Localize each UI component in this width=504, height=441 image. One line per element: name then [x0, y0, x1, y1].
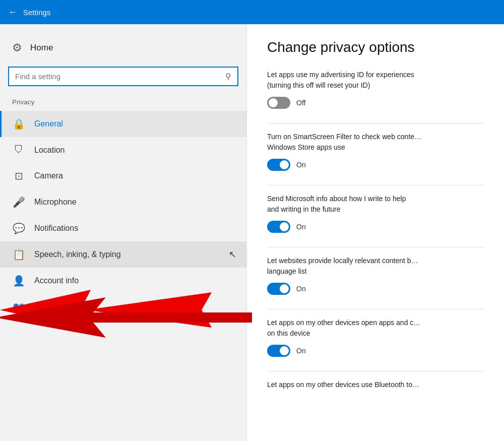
sidebar-item-account[interactable]: 👤 Account info [0, 268, 246, 294]
toggle-advertising-id[interactable] [267, 97, 290, 109]
microphone-icon: 🎤 [12, 196, 25, 208]
location-icon: ⛉ [12, 144, 25, 156]
divider-5 [267, 371, 484, 371]
toggle-row-smartscreen: On [267, 159, 484, 171]
setting-smartscreen: Turn on SmartScreen Filter to check web … [267, 132, 484, 171]
toggle-local-content[interactable] [267, 283, 290, 295]
sidebar-item-microphone[interactable]: 🎤 Microphone [0, 189, 246, 215]
setting-local-content-desc: Let websites provide locally relevant co… [267, 256, 484, 277]
main-layout: ⚙ Home ⚲ Privacy 🔒 General ⛉ Location ⊡ … [0, 24, 504, 441]
toggle-writing[interactable] [267, 221, 290, 233]
sidebar-item-home[interactable]: ⚙ Home [0, 34, 246, 61]
sidebar-item-contacts[interactable]: 👥 Contacts [0, 294, 246, 320]
search-box: ⚲ [8, 67, 238, 86]
page-title: Change privacy options [267, 39, 484, 55]
search-icon: ⚲ [225, 72, 231, 81]
contacts-icon: 👥 [12, 301, 25, 313]
toggle-row-writing: On [267, 221, 484, 233]
title-bar: ← Settings [0, 0, 504, 24]
toggle-other-devices[interactable] [267, 345, 290, 357]
contacts-label: Contacts [34, 302, 66, 311]
content-area: Change privacy options Let apps use my a… [247, 24, 504, 441]
general-icon: 🔒 [12, 118, 25, 130]
setting-writing: Send Microsoft info about how I write to… [267, 194, 484, 233]
back-icon: ← [8, 7, 17, 18]
setting-bluetooth: Let apps on my other devices use Bluetoo… [267, 380, 484, 390]
general-label: General [34, 119, 63, 129]
app-title: Settings [23, 8, 50, 17]
toggle-other-devices-label: On [296, 347, 306, 355]
divider-2 [267, 185, 484, 185]
toggle-smartscreen-label: On [296, 161, 306, 169]
setting-writing-desc: Send Microsoft info about how I write to… [267, 194, 484, 215]
notifications-label: Notifications [34, 224, 78, 233]
toggle-row-advertising: Off [267, 97, 484, 109]
toggle-row-other-devices: On [267, 345, 484, 357]
toggle-knob-3 [280, 222, 289, 231]
camera-label: Camera [34, 171, 63, 180]
location-label: Location [34, 146, 65, 155]
search-input[interactable] [15, 72, 225, 81]
sidebar-item-speech[interactable]: 📋 Speech, inking, & typing ↖ [0, 241, 246, 268]
home-icon: ⚙ [12, 41, 22, 54]
toggle-advertising-id-label: Off [296, 99, 305, 107]
section-label: Privacy [0, 96, 246, 111]
account-label: Account info [34, 276, 79, 285]
sidebar-item-camera[interactable]: ⊡ Camera [0, 163, 246, 189]
account-icon: 👤 [12, 275, 25, 287]
cursor-icon: ↖ [229, 249, 236, 260]
toggle-local-label: On [296, 285, 306, 293]
setting-other-devices-desc: Let apps on my other devices open apps a… [267, 318, 484, 339]
notifications-icon: 💬 [12, 222, 25, 234]
microphone-label: Microphone [34, 198, 77, 207]
toggle-writing-label: On [296, 223, 306, 231]
sidebar-item-notifications[interactable]: 💬 Notifications [0, 215, 246, 241]
setting-advertising-id: Let apps use my advertising ID for exper… [267, 70, 484, 109]
sidebar-item-location[interactable]: ⛉ Location [0, 137, 246, 163]
divider-1 [267, 123, 484, 123]
setting-bluetooth-desc: Let apps on my other devices use Bluetoo… [267, 380, 484, 390]
divider-4 [267, 309, 484, 309]
toggle-knob-2 [280, 160, 289, 169]
sidebar-item-general[interactable]: 🔒 General [0, 111, 246, 137]
toggle-knob-5 [280, 346, 289, 355]
setting-smartscreen-desc: Turn on SmartScreen Filter to check web … [267, 132, 484, 153]
divider-3 [267, 247, 484, 247]
camera-icon: ⊡ [12, 170, 25, 182]
back-button[interactable]: ← [8, 7, 17, 18]
speech-label: Speech, inking, & typing [34, 250, 121, 259]
toggle-knob-4 [280, 284, 289, 293]
home-label: Home [30, 43, 53, 53]
toggle-smartscreen[interactable] [267, 159, 290, 171]
toggle-row-local: On [267, 283, 484, 295]
setting-local-content: Let websites provide locally relevant co… [267, 256, 484, 295]
speech-icon: 📋 [12, 248, 25, 261]
setting-advertising-id-desc: Let apps use my advertising ID for exper… [267, 70, 484, 91]
sidebar: ⚙ Home ⚲ Privacy 🔒 General ⛉ Location ⊡ … [0, 24, 247, 441]
setting-other-devices: Let apps on my other devices open apps a… [267, 318, 484, 357]
toggle-knob [269, 98, 278, 107]
